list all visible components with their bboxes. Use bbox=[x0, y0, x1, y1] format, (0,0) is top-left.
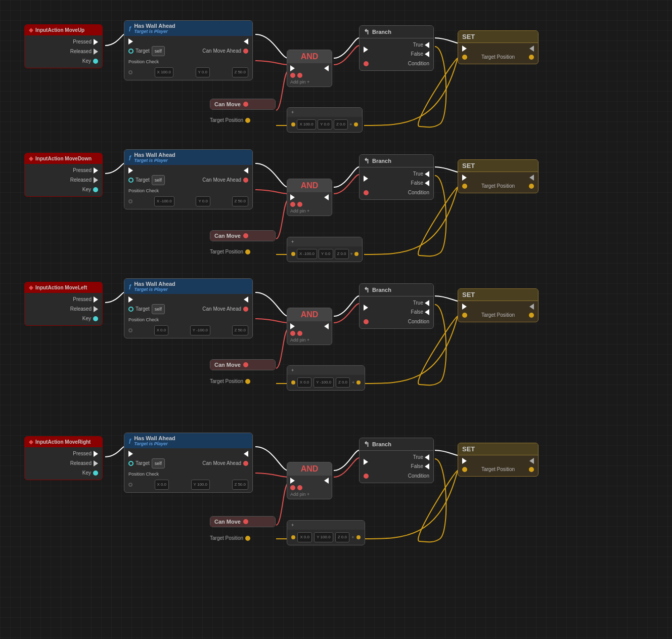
key-label: Key bbox=[82, 57, 91, 65]
cm2-pin bbox=[243, 233, 248, 238]
k3-pin bbox=[93, 316, 98, 321]
b2-cond-pin bbox=[364, 190, 369, 195]
has-wall-ahead-movedown: ƒ Has Wall Ahead Target is Player Target… bbox=[124, 149, 253, 209]
tp2-label: Target Position bbox=[210, 249, 243, 254]
and4-exec-in bbox=[290, 478, 295, 484]
and4-in2 bbox=[297, 485, 302, 490]
va1-addpin[interactable]: + bbox=[349, 120, 352, 129]
set3-header: SET bbox=[458, 289, 538, 301]
released-label: Released bbox=[70, 48, 92, 56]
va1-out-pin bbox=[354, 122, 358, 126]
va2-x: -100.0 bbox=[303, 250, 315, 258]
b2-true: True bbox=[413, 170, 423, 178]
hw4-self: self bbox=[152, 458, 165, 468]
va3-in-pin bbox=[291, 380, 295, 385]
hw2-title: Has Wall Ahead bbox=[134, 152, 175, 158]
branch3-label: Branch bbox=[372, 287, 391, 293]
branch2-header: ↰ Branch bbox=[360, 155, 433, 167]
va4-addpin[interactable]: + bbox=[351, 533, 354, 541]
hw1-target-label: Target bbox=[136, 47, 150, 55]
has-wall-ahead-moveup: ƒ Has Wall Ahead Target is Player Target… bbox=[124, 20, 253, 80]
hw4-px: 0.0 bbox=[161, 481, 166, 489]
can-move-2: Can Move bbox=[210, 230, 276, 241]
va3-out-pin bbox=[356, 380, 361, 385]
b2-false: False bbox=[411, 179, 423, 187]
hw2-cma: Can Move Ahead bbox=[202, 176, 241, 184]
and-node-2: AND Add pin + bbox=[287, 179, 332, 216]
hw4-py: 100.0 bbox=[197, 481, 207, 489]
hw4-target: Target bbox=[136, 459, 150, 467]
hw4-title: Has Wall Ahead bbox=[134, 435, 175, 441]
s3-tp-in bbox=[462, 313, 467, 318]
hw1-self-tag: self bbox=[152, 46, 165, 56]
branch1-label: Branch bbox=[372, 29, 391, 35]
b3-true-pin bbox=[425, 300, 429, 306]
has-wall-header-1: ƒ Has Wall Ahead Target is Player bbox=[124, 21, 252, 36]
and1-header: AND bbox=[287, 50, 332, 63]
hw1-canmoveahead-pin bbox=[243, 49, 248, 54]
s2-tp-in bbox=[462, 184, 467, 189]
input-action-moveleft: ◆ InputAction MoveLeft Pressed Released … bbox=[24, 282, 103, 326]
hw1-pz: 50.0 bbox=[238, 68, 246, 76]
key-pin: Key bbox=[29, 57, 98, 65]
and1-label: AND bbox=[301, 52, 319, 61]
va3-addpin[interactable]: + bbox=[352, 378, 354, 387]
and4-exec-out bbox=[324, 478, 329, 484]
hw1-exec-in bbox=[128, 38, 133, 45]
hw2-self: self bbox=[152, 175, 165, 185]
branch-4: ↰ Branch True False Condition bbox=[359, 438, 434, 483]
va2-y: 0.0 bbox=[325, 250, 330, 258]
set1-label: SET bbox=[462, 33, 475, 40]
target-pos-1: Target Position bbox=[210, 117, 250, 123]
va2-addpin[interactable]: + bbox=[350, 250, 353, 258]
and2-addpin[interactable]: Add pin + bbox=[290, 208, 329, 214]
has-wall-subtitle-1: Target is Player bbox=[134, 29, 175, 34]
b1-cond-label: Condition bbox=[408, 60, 429, 68]
and4-addpin[interactable]: Add pin + bbox=[290, 492, 329, 497]
set2-label: SET bbox=[462, 162, 475, 169]
r3: Released bbox=[70, 305, 92, 313]
ia-down-label: InputAction MoveDown bbox=[35, 156, 92, 161]
va1-y: 0.0 bbox=[324, 120, 329, 129]
hw4-cma-pin bbox=[243, 461, 248, 466]
s4-exec-in bbox=[462, 458, 467, 464]
tp3-pin bbox=[245, 379, 250, 384]
and2-in1 bbox=[290, 202, 295, 207]
hw3-target: Target bbox=[136, 305, 150, 313]
function-icon-1: ƒ bbox=[128, 25, 131, 31]
tp2-pin bbox=[245, 249, 250, 254]
s2-exec-out bbox=[529, 175, 534, 181]
b4-false-pin bbox=[425, 463, 429, 470]
hw2-cma-pin bbox=[243, 178, 248, 183]
k4-pin bbox=[93, 471, 98, 476]
and1-addpin[interactable]: Add pin + bbox=[290, 79, 329, 84]
hw1-canmoveahead-label: Can Move Ahead bbox=[202, 47, 241, 55]
va1-in-pin bbox=[291, 122, 295, 126]
branch-1: ↰ Branch True False Condition bbox=[359, 25, 434, 71]
hw1-poscheck-row: Position Check bbox=[128, 58, 248, 66]
k4: Key bbox=[82, 469, 91, 477]
hw3-pos-pin bbox=[128, 328, 132, 332]
input-action-moveup-header: ◆ InputAction MoveUp bbox=[25, 25, 102, 35]
key-circle-pin bbox=[93, 59, 98, 64]
function-icon-2: ƒ bbox=[128, 154, 131, 160]
branch2-label: Branch bbox=[372, 158, 391, 164]
tp4-pin bbox=[245, 536, 250, 541]
has-wall-title-1: Has Wall Ahead bbox=[134, 23, 175, 29]
and3-addpin[interactable]: Add pin + bbox=[290, 337, 329, 343]
vector-add-3: + X0.0 Y-100.0 Z0.0 + bbox=[287, 365, 365, 391]
b4-cond-label: Condition bbox=[408, 472, 429, 480]
hw1-px: 100.0 bbox=[161, 68, 171, 76]
branch4-label: Branch bbox=[372, 441, 391, 447]
ia-right-label: InputAction MoveRight bbox=[35, 439, 91, 445]
b3-false: False bbox=[411, 308, 423, 316]
function-icon-3: ƒ bbox=[128, 283, 131, 289]
and3-header: AND bbox=[287, 308, 332, 321]
s2-exec-in bbox=[462, 175, 467, 181]
pressed-exec-pin bbox=[94, 39, 98, 45]
hw4-exec-out bbox=[244, 451, 248, 457]
target-pos-3: Target Position bbox=[210, 378, 250, 384]
va3-z: 0.0 bbox=[342, 378, 347, 387]
set1-header: SET bbox=[458, 31, 538, 43]
b3-false-pin bbox=[425, 309, 429, 315]
